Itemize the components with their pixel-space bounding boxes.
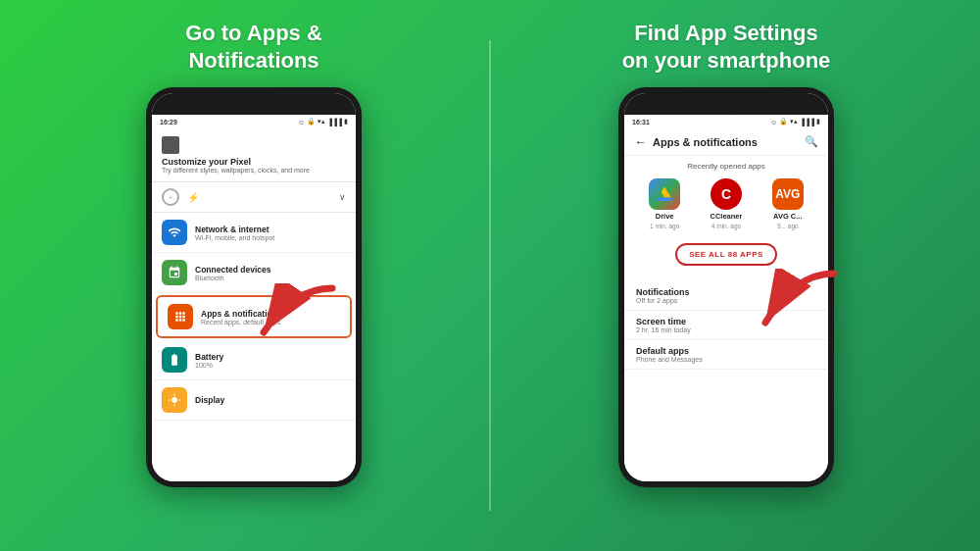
screen-time-sublabel: 2 hr, 16 min today [636, 326, 816, 333]
toggle-row: + ⚡ ∨ [152, 182, 356, 213]
settings-item-network[interactable]: Network & internet Wi-Fi, mobile, and ho… [152, 213, 356, 253]
left-signal-icon: ▐▐▐ [327, 119, 342, 125]
battery-icon [162, 347, 187, 373]
app-item-avg: AVG AVG C... 9... ago [772, 178, 804, 229]
display-label: Display [195, 395, 346, 405]
display-icon [162, 387, 187, 413]
left-notch-cutout [245, 95, 263, 113]
connected-icon [162, 260, 187, 285]
notifications-sublabel: Off for 2 apps [636, 297, 816, 304]
right-status-time: 16:31 [632, 119, 650, 125]
toggle-chevron-icon: ∨ [339, 192, 346, 202]
app-item-drive: Drive 1 min. ago [649, 178, 680, 229]
right-notch [624, 93, 828, 115]
default-apps-row[interactable]: Default apps Phone and Messages [624, 340, 828, 370]
connected-text: Connected devices Bluetooth [195, 265, 346, 281]
toggle-circle-icon: + [162, 188, 179, 206]
right-notch-cutout [717, 95, 735, 113]
apps-label: Apps & notifications [201, 309, 340, 319]
search-button[interactable]: 🔍 [805, 135, 818, 148]
right-panel: Find App Settingson your smartphone [515, 20, 937, 487]
ccleaner-app-time: 4 min. ago [711, 223, 741, 229]
customize-subtitle: Try different styles, wallpapers, clocks… [162, 167, 346, 174]
settings-item-connected[interactable]: Connected devices Bluetooth [152, 253, 356, 293]
settings-item-display[interactable]: Display [152, 380, 356, 421]
left-status-icon1: ☺ [298, 119, 305, 125]
battery-label: Battery [195, 352, 346, 362]
apps-icon [168, 304, 193, 329]
see-all-container: SEE ALL 88 APPS [624, 239, 828, 274]
ccleaner-app-icon: C [710, 178, 742, 210]
right-signal-icon: ▐▐▐ [800, 119, 814, 125]
left-status-icons: ☺ 🔒 ▾▴ ▐▐▐ ▮ [298, 118, 348, 125]
left-wifi-icon: ▾▴ [318, 118, 325, 125]
recently-opened-label: Recently opened apps [624, 156, 828, 175]
network-text: Network & internet Wi-Fi, mobile, and ho… [195, 225, 346, 241]
connected-label: Connected devices [195, 265, 346, 275]
default-apps-sublabel: Phone and Messages [636, 356, 816, 363]
drive-app-time: 1 min. ago [650, 223, 679, 229]
right-phone-wrapper: 16:31 ☺ 🔒 ▾▴ ▐▐▐ ▮ ← [618, 87, 834, 487]
toggle-slash-icon: ⚡ [187, 192, 199, 203]
avg-app-name: AVG C... [773, 212, 802, 221]
pixel-logo-icon [162, 136, 179, 154]
screen-time-label: Screen time [636, 317, 816, 326]
screen-time-row[interactable]: Screen time 2 hr, 16 min today [624, 311, 828, 340]
left-phone-inner: 16:29 ☺ 🔒 ▾▴ ▐▐▐ ▮ [152, 93, 356, 481]
right-screen: ← Apps & notifications 🔍 Recently opened… [624, 128, 828, 481]
left-screen: Customize your Pixel Try different style… [152, 128, 356, 481]
left-panel-title: Go to Apps &Notifications [185, 20, 322, 74]
app-screen-title: Apps & notifications [653, 136, 799, 148]
default-apps-label: Default apps [636, 346, 816, 356]
right-status-icon1: ☺ [770, 119, 777, 125]
see-all-apps-button[interactable]: SEE ALL 88 APPS [675, 243, 777, 266]
notifications-label: Notifications [636, 287, 816, 297]
ccleaner-app-name: CCleaner [710, 212, 743, 221]
right-status-bar: 16:31 ☺ 🔒 ▾▴ ▐▐▐ ▮ [624, 115, 828, 128]
apps-sublabel: Recent apps, default apps [201, 319, 340, 326]
app-icons-row: Drive 1 min. ago C CCleaner 4 min. ago [624, 175, 828, 235]
right-panel-title: Find App Settingson your smartphone [622, 20, 831, 74]
battery-sublabel: 100% [195, 362, 346, 369]
left-panel: Go to Apps &Notifications [43, 20, 465, 487]
left-notch [152, 93, 356, 115]
app-item-ccleaner: C CCleaner 4 min. ago [710, 178, 743, 229]
drive-app-icon [649, 178, 680, 210]
drive-app-name: Drive [656, 212, 674, 221]
network-sublabel: Wi-Fi, mobile, and hotspot [195, 234, 346, 241]
connected-sublabel: Bluetooth [195, 275, 346, 281]
avg-app-icon: AVG [772, 178, 804, 210]
right-status-icon2: 🔒 [779, 118, 788, 125]
left-phone-wrapper: 16:29 ☺ 🔒 ▾▴ ▐▐▐ ▮ [146, 87, 362, 487]
back-arrow-icon[interactable]: ← [634, 134, 647, 149]
network-label: Network & internet [195, 225, 346, 234]
notifications-row[interactable]: Notifications Off for 2 apps [624, 281, 828, 311]
right-wifi-icon: ▾▴ [790, 118, 798, 125]
settings-header: Customize your Pixel Try different style… [152, 128, 356, 182]
left-phone: 16:29 ☺ 🔒 ▾▴ ▐▐▐ ▮ [146, 87, 362, 487]
customize-title: Customize your Pixel [162, 157, 346, 167]
battery-text: Battery 100% [195, 352, 346, 369]
display-text: Display [195, 395, 346, 405]
avg-app-time: 9... ago [777, 223, 799, 229]
right-phone-inner: 16:31 ☺ 🔒 ▾▴ ▐▐▐ ▮ ← [624, 93, 828, 481]
apps-text: Apps & notifications Recent apps, defaul… [201, 309, 340, 326]
network-icon [162, 220, 187, 245]
left-status-time: 16:29 [160, 119, 177, 125]
right-battery-icon: ▮ [816, 118, 820, 125]
right-phone: 16:31 ☺ 🔒 ▾▴ ▐▐▐ ▮ ← [618, 87, 834, 487]
main-layout: Go to Apps &Notifications [0, 0, 980, 551]
panel-divider [489, 40, 491, 511]
settings-item-apps[interactable]: Apps & notifications Recent apps, defaul… [156, 295, 352, 338]
settings-item-battery[interactable]: Battery 100% [152, 340, 356, 380]
app-notifications-header: ← Apps & notifications 🔍 [624, 128, 828, 156]
left-status-bar: 16:29 ☺ 🔒 ▾▴ ▐▐▐ ▮ [152, 115, 356, 128]
left-status-icon2: 🔒 [307, 118, 316, 125]
left-battery-icon: ▮ [344, 118, 348, 125]
right-status-icons: ☺ 🔒 ▾▴ ▐▐▐ ▮ [770, 118, 820, 125]
